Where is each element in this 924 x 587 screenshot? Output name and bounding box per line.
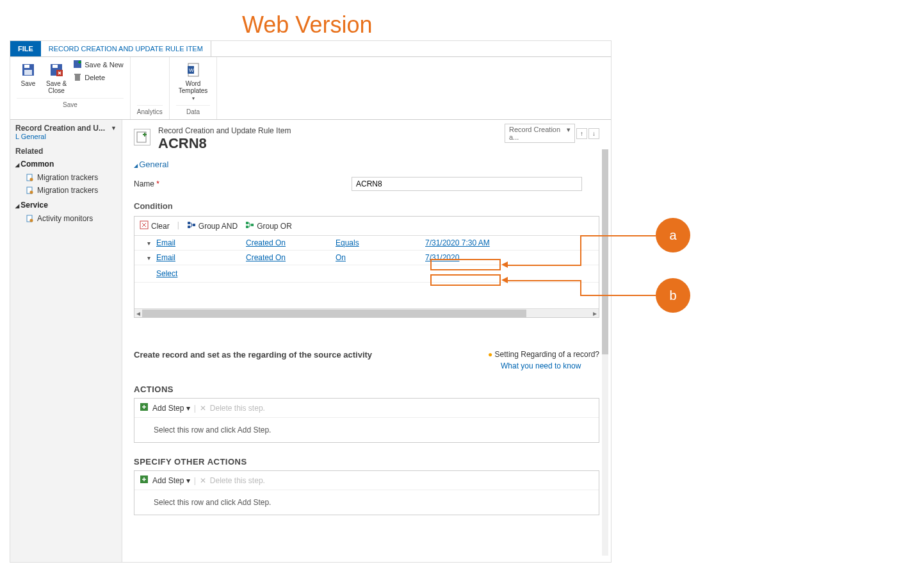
save-label: Save [21,80,36,87]
scroll-right-icon[interactable]: ▸ [591,309,599,318]
form-selector[interactable]: Record Creation a... ▾ [505,124,575,143]
row-menu-button[interactable]: ▾ [147,254,156,261]
vertical-scrollbar[interactable] [602,149,608,556]
actions-box: Add Step ▾ | ✕ Delete this step. Select … [134,398,599,443]
save-close-icon [47,61,65,79]
save-button[interactable]: Save [17,60,40,88]
scroll-thumb[interactable] [142,310,526,317]
ribbon-group-save-label: Save [17,98,124,110]
annotation-line-b-v [580,280,581,296]
group-and-label: Group AND [199,222,238,231]
ribbon-tabs: FILE RECORD CREATION AND UPDATE RULE ITE… [10,41,611,57]
svg-rect-7 [75,75,80,81]
nav-common-title[interactable]: Common [15,160,117,169]
what-you-need-link[interactable]: What you need to know [488,361,599,370]
warning-icon: ● [488,350,492,359]
horizontal-scrollbar[interactable]: ◂ ▸ [134,308,599,317]
row-menu-button[interactable]: ▾ [147,240,156,247]
word-templates-button[interactable]: W Word Templates ▾ [176,60,211,103]
add-step-icon [140,475,149,486]
app-window: FILE RECORD CREATION AND UPDATE RULE ITE… [10,40,612,563]
save-new-icon [73,60,82,70]
select-link[interactable]: Select [156,269,177,278]
group-and-button[interactable]: Group AND [187,220,238,231]
nav-down-button[interactable]: ↓ [588,128,599,139]
condition-title: Condition [134,201,599,211]
annotation-line-a-h2 [580,235,656,236]
document-icon [26,215,33,222]
entity-type-label: Record Creation and Update Rule Item [158,126,291,135]
svg-point-17 [30,219,33,222]
add-step-icon [140,402,149,413]
annotation-box-a [430,259,501,270]
nav-up-button[interactable]: ↑ [576,128,587,139]
delete-button[interactable]: Delete [73,72,124,83]
specify-other-box: Add Step ▾ | ✕ Delete this step. Select … [134,470,599,515]
svg-rect-22 [193,224,195,226]
save-new-label: Save & New [85,61,124,69]
annotation-line-b-h [508,280,581,281]
cond-value-link[interactable]: 7/31/2020 7:30 AM [425,238,534,247]
group-or-label: Group OR [257,222,292,231]
x-icon: ✕ [200,476,206,485]
nav-item-label: Activity monitors [37,214,93,223]
svg-point-13 [30,178,33,181]
save-new-button[interactable]: Save & New [73,60,124,70]
delete-label: Delete [85,74,105,81]
cond-op-link[interactable]: Equals [336,238,425,247]
cond-entity-link[interactable]: Email [156,238,246,247]
analytics-label: Analytics [137,105,163,117]
tab-entity[interactable]: RECORD CREATION AND UPDATE RULE ITEM [41,41,211,56]
condition-row: ▾ Email Created On Equals 7/31/2020 7:30… [134,236,599,251]
cond-op-link[interactable]: On [336,253,425,262]
annotation-arrow-b [501,277,508,283]
chevron-down-icon: ▼ [111,125,117,131]
svg-rect-1 [24,65,29,68]
clear-icon [140,220,149,231]
svg-rect-25 [251,224,254,226]
tab-file[interactable]: FILE [10,41,41,56]
cond-entity-link[interactable]: Email [156,253,246,262]
svg-rect-21 [188,226,190,228]
record-icon [134,129,150,145]
group-and-icon [187,220,196,231]
nav-head[interactable]: Record Creation and U... ▼ [15,124,117,133]
save-close-button[interactable]: Save & Close [44,60,69,95]
add-step-button[interactable]: Add Step ▾ [152,404,190,413]
specify-body-text[interactable]: Select this row and click Add Step. [134,490,599,515]
add-step-button-2[interactable]: Add Step ▾ [152,476,190,485]
save-icon [19,61,37,79]
name-input[interactable] [352,177,582,191]
cond-field-link[interactable]: Created On [246,253,336,262]
delete-step-button-2: Delete this step. [210,476,265,485]
nav-item-migration-2[interactable]: Migration trackers [15,184,117,197]
ribbon-group-save: Save Save & Close Save & New [10,57,131,119]
actions-body-text[interactable]: Select this row and click Add Step. [134,418,599,442]
nav-item-label: Migration trackers [37,173,98,182]
nav-item-activity[interactable]: Activity monitors [15,212,117,225]
cond-field-link[interactable]: Created On [246,238,336,247]
specify-toolbar: Add Step ▾ | ✕ Delete this step. [134,471,599,490]
section-general[interactable]: General [134,160,599,169]
nav-service-title[interactable]: Service [15,201,117,210]
svg-text:W: W [189,67,194,73]
scroll-left-icon[interactable]: ◂ [134,309,142,318]
clear-button[interactable]: Clear [140,220,170,231]
nav-general-link[interactable]: L General [15,133,117,140]
nav-item-migration-1[interactable]: Migration trackers [15,171,117,184]
setting-regarding-hint: ● Setting Regarding of a record? [488,350,599,359]
group-or-button[interactable]: Group OR [245,220,292,231]
vscroll-thumb[interactable] [602,149,608,354]
nav-related-title: Related [15,147,117,156]
document-icon [26,186,33,194]
word-icon: W [184,61,202,79]
document-icon [26,174,33,181]
data-group-label: Data [176,105,211,117]
svg-rect-24 [246,226,248,228]
condition-row: ▾ Email Created On On 7/31/2020 [134,251,599,265]
annotation-title: Web Version [242,12,372,38]
content-pane: Record Creation a... ▾ ↑ ↓ Record Creati… [122,120,611,562]
x-icon: ✕ [200,404,206,413]
annotation-arrow-a [501,261,508,268]
svg-rect-23 [246,222,248,224]
